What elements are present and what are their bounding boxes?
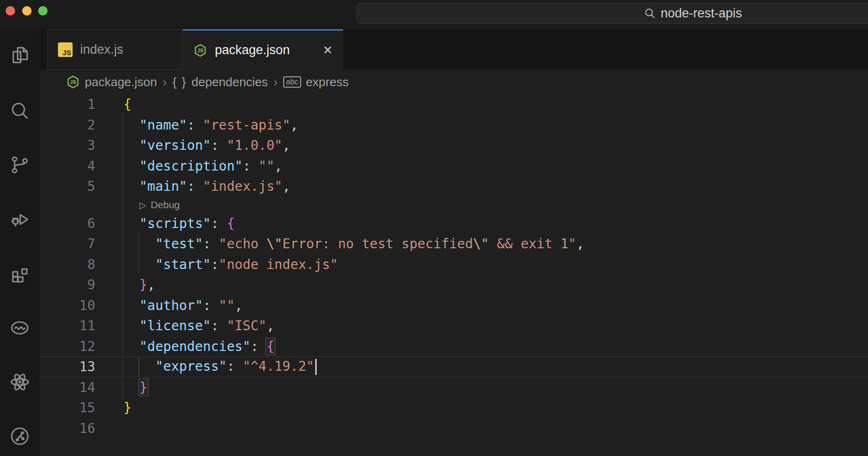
indent-guide — [123, 295, 123, 316]
code-line-16[interactable]: 16 — [40, 418, 868, 439]
code-line-13[interactable]: 13 "express": "^4.19.2" — [40, 357, 868, 377]
code-line-3[interactable]: 3 "version": "1.0.0", — [40, 135, 868, 156]
editor-pane[interactable]: 1{2 "name": "rest-apis",3 "version": "1.… — [40, 94, 868, 456]
code-line-1[interactable]: 1{ — [40, 94, 868, 115]
code-text: "express": "^4.19.2" — [123, 358, 317, 375]
run-and-debug-icon[interactable] — [9, 208, 30, 229]
code-line-6[interactable]: 6 "scripts": { — [40, 213, 868, 234]
vscode-window: ← → node-rest-apis — [0, 0, 868, 456]
code-text: "license": "ISC", — [123, 318, 274, 334]
indent-guide — [123, 197, 123, 213]
line-number: 9 — [40, 277, 95, 293]
breadcrumb-item-dependencies[interactable]: { } dependencies — [172, 75, 268, 90]
node-json-file-icon: JS — [193, 43, 207, 57]
code-text: "scripts": { — [123, 216, 235, 231]
code-line-7[interactable]: 7 "test": "echo \"Error: no test specifi… — [40, 234, 868, 254]
line-number: 16 — [40, 421, 95, 436]
search-sidebar-icon[interactable] — [9, 100, 30, 121]
code-text: } — [123, 380, 147, 395]
tab-label: package.json — [215, 43, 290, 57]
code-text: "author": "", — [123, 298, 243, 313]
atom-extension-icon[interactable] — [9, 372, 30, 392]
indent-guide — [123, 316, 123, 336]
search-icon — [644, 7, 656, 19]
indent-guide — [123, 156, 123, 177]
code-text: "main": "index.js", — [123, 179, 290, 194]
line-number: 3 — [40, 138, 95, 153]
abc-string-icon: abc — [283, 76, 301, 88]
code-text: "description": "", — [123, 158, 282, 174]
tab-label: index.js — [80, 42, 123, 57]
codelens-debug[interactable]: ▷Debug — [40, 197, 868, 213]
indent-guide — [123, 115, 123, 136]
code-text: { — [123, 97, 131, 112]
traffic-close-button[interactable] — [6, 6, 15, 16]
code-text: "name": "rest-apis", — [123, 117, 298, 133]
code-line-14[interactable]: 14 } — [40, 377, 868, 398]
breadcrumb-separator: › — [273, 75, 278, 90]
code-line-11[interactable]: 11 "license": "ISC", — [40, 316, 868, 336]
code-line-9[interactable]: 9 }, — [40, 275, 868, 295]
close-tab-icon[interactable]: ✕ — [323, 43, 333, 57]
line-number: 7 — [40, 236, 95, 252]
line-number: 2 — [40, 117, 95, 133]
line-number: 10 — [40, 298, 95, 313]
node-json-file-icon: JS — [66, 75, 80, 89]
indent-guide — [123, 213, 123, 234]
tab-index-js[interactable]: JS index.js — [47, 29, 183, 70]
line-number: 1 — [40, 97, 95, 112]
svg-text:JS: JS — [197, 48, 204, 53]
play-icon: ▷ — [139, 200, 147, 211]
breadcrumb-item-file[interactable]: JS package.json — [66, 75, 157, 90]
code-line-10[interactable]: 10 "author": "", — [40, 295, 868, 316]
code-line-15[interactable]: 15} — [40, 398, 868, 418]
code-text: "start":"node index.js" — [123, 257, 338, 272]
javascript-file-icon: JS — [58, 42, 73, 57]
code-text: } — [123, 400, 131, 415]
command-center-search[interactable]: node-rest-apis — [357, 3, 868, 24]
indent-guide — [123, 254, 123, 275]
breadcrumb-item-express[interactable]: abc express — [283, 75, 349, 90]
code-line-5[interactable]: 5 "main": "index.js", — [40, 176, 868, 197]
code-text: "version": "1.0.0", — [123, 138, 290, 153]
indent-guide — [123, 336, 123, 357]
line-number: 14 — [40, 380, 95, 395]
indent-guide — [123, 234, 123, 254]
line-number: 6 — [40, 216, 95, 231]
breadcrumb: JS package.json › { } dependencies › abc… — [40, 70, 868, 94]
line-number: 4 — [40, 158, 95, 174]
share-graph-extension-icon[interactable] — [9, 426, 30, 447]
indent-guide — [139, 234, 139, 254]
extensions-icon[interactable] — [9, 263, 30, 284]
code-line-8[interactable]: 8 "start":"node index.js" — [40, 254, 868, 275]
code-line-2[interactable]: 2 "name": "rest-apis", — [40, 115, 868, 136]
tab-package-json[interactable]: JS package.json ✕ — [183, 29, 343, 70]
line-number: 15 — [40, 400, 95, 415]
text-cursor — [315, 359, 317, 375]
explorer-icon[interactable] — [9, 45, 30, 65]
code-line-12[interactable]: 12 "dependencies": { — [40, 336, 868, 357]
indent-guide — [123, 357, 123, 377]
code-text: }, — [123, 277, 155, 293]
line-number: 12 — [40, 339, 95, 354]
line-number: 13 — [40, 359, 95, 375]
breadcrumb-separator: › — [163, 75, 167, 90]
activity-bar — [0, 29, 40, 456]
line-number: 11 — [40, 318, 95, 334]
traffic-maximize-button[interactable] — [38, 6, 48, 16]
code-line-4[interactable]: 4 "description": "", — [40, 156, 868, 177]
title-bar: ← → node-rest-apis — [0, 0, 868, 29]
source-control-icon[interactable] — [9, 155, 30, 175]
indent-guide — [123, 135, 123, 156]
wavy-oval-extension-icon[interactable] — [9, 318, 30, 338]
svg-text:JS: JS — [70, 79, 76, 85]
indent-guide — [123, 377, 123, 398]
code-text: "test": "echo \"Error: no test specified… — [123, 236, 584, 252]
codelens-label: Debug — [151, 199, 180, 211]
traffic-minimize-button[interactable] — [22, 6, 32, 16]
line-number: 5 — [40, 179, 95, 194]
line-number: 8 — [40, 257, 95, 272]
code-text: "dependencies": { — [123, 339, 274, 354]
indent-guide — [123, 176, 123, 197]
braces-icon: { } — [172, 75, 187, 90]
